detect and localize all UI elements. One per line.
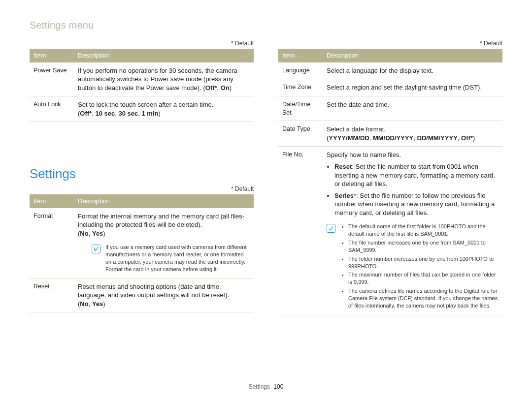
item-description: Specify how to name files. Reset: Set th… xyxy=(323,147,502,316)
note-item: The camera defines file names according … xyxy=(348,287,499,309)
list-item: Reset: Set the file number to start from… xyxy=(334,162,499,188)
col-header-description: Description xyxy=(323,49,502,62)
note-box: If you use a memory card used with camer… xyxy=(78,242,250,274)
option: Yes xyxy=(92,300,103,308)
item-description: Select a language for the display text. xyxy=(323,62,502,79)
desc-text: Select a date format. xyxy=(327,125,386,133)
desc-text: Set to lock the touch screen after a cer… xyxy=(78,101,213,108)
item-description: Reset menus and shooting options (date a… xyxy=(74,278,254,312)
option-list: Reset: Set the file number to start from… xyxy=(327,162,499,217)
table-row: Auto Lock Set to lock the touch screen a… xyxy=(30,96,254,122)
item-label: Auto Lock xyxy=(30,96,74,122)
note-item: The default name of the first folder is … xyxy=(348,223,499,238)
col-header-item: Item xyxy=(30,49,74,62)
default-marker: * Default xyxy=(30,40,254,47)
desc-text: Format the internal memory and the memor… xyxy=(78,213,244,229)
note-item: The folder number increases one by one f… xyxy=(348,255,499,270)
settings-table-camera: Item Description Language Select a langu… xyxy=(278,49,502,316)
option: No xyxy=(80,300,88,308)
col-header-item: Item xyxy=(30,194,74,208)
settings-heading: Settings xyxy=(30,166,254,182)
note-box: The default name of the first folder is … xyxy=(327,221,499,311)
item-label: Format xyxy=(30,208,74,278)
option: 1 min xyxy=(141,110,158,117)
option: No xyxy=(80,230,88,237)
table-row: Reset Reset menus and shooting options (… xyxy=(30,278,254,312)
page-footer: Settings 100 xyxy=(0,383,532,390)
desc-text: Specify how to name files. xyxy=(327,151,401,158)
col-header-description: Description xyxy=(74,49,254,62)
option-text: : Set the file number to follow the prev… xyxy=(334,192,495,216)
table-row: Date/Time Set Set the date and time. xyxy=(278,96,502,121)
item-label: Language xyxy=(278,62,323,79)
desc-text: Reset menus and shooting options (date a… xyxy=(78,283,229,299)
col-header-item: Item xyxy=(278,49,323,62)
item-label: Power Save xyxy=(30,62,74,96)
note-icon xyxy=(92,245,100,253)
note-item: The file number increases one by one fro… xyxy=(348,239,499,254)
option: 10 sec xyxy=(95,110,115,117)
table-row: Date Type Select a date format. (YYYY/MM… xyxy=(278,121,502,147)
item-label: Date/Time Set xyxy=(278,96,323,121)
option: Yes xyxy=(92,230,103,237)
table-row: Time Zone Select a region and set the da… xyxy=(278,79,502,96)
item-label: Reset xyxy=(30,278,74,312)
page-number: 100 xyxy=(273,383,283,390)
option: Off* xyxy=(205,84,217,92)
option: Off* xyxy=(80,110,92,117)
item-description: Set to lock the touch screen after a cer… xyxy=(74,96,254,122)
manual-page: Settings menu * Default Item Description… xyxy=(0,0,532,401)
right-column: * Default Item Description Language Sele… xyxy=(278,40,502,316)
item-label: Time Zone xyxy=(278,79,323,96)
list-item: Series*: Set the file number to follow t… xyxy=(334,191,499,217)
option: On xyxy=(221,84,230,92)
table-row: Format Format the internal memory and th… xyxy=(30,208,254,278)
table-row: Language Select a language for the displ… xyxy=(278,62,502,79)
item-description: Format the internal memory and the memor… xyxy=(74,208,254,278)
option-label: Reset xyxy=(334,163,352,170)
option-text: : Set the file number to start from 0001… xyxy=(334,163,495,187)
note-text: If you use a memory card used with camer… xyxy=(105,244,250,273)
item-description: Set the date and time. xyxy=(323,96,502,121)
option: Off* xyxy=(461,134,473,142)
section-title: Settings menu xyxy=(30,20,502,31)
table-row: Power Save If you perform no operations … xyxy=(30,62,254,96)
option: DD/MM/YYYY xyxy=(417,134,458,142)
option: 30 sec xyxy=(118,110,138,117)
settings-table-display: Item Description Power Save If you perfo… xyxy=(30,49,254,122)
item-label: File No. xyxy=(278,147,323,316)
option: YYYY/MM/DD xyxy=(329,134,369,142)
note-icon xyxy=(327,224,335,233)
option: MM/DD/YYYY xyxy=(373,134,413,142)
col-header-description: Description xyxy=(74,194,254,208)
note-item: The maximum number of files that can be … xyxy=(348,271,499,286)
default-marker: * Default xyxy=(30,185,254,192)
note-list: The default name of the first folder is … xyxy=(340,223,499,310)
item-description: Select a region and set the daylight-sav… xyxy=(323,79,502,96)
settings-table-main: Item Description Format Format the inter… xyxy=(30,194,254,312)
left-column: * Default Item Description Power Save If… xyxy=(30,40,254,316)
two-column-layout: * Default Item Description Power Save If… xyxy=(30,40,502,316)
table-row: File No. Specify how to name files. Rese… xyxy=(278,147,502,316)
default-marker: * Default xyxy=(278,40,502,47)
item-label: Date Type xyxy=(278,121,323,147)
item-description: If you perform no operations for 30 seco… xyxy=(74,62,254,96)
option-label: Series xyxy=(334,192,354,199)
item-description: Select a date format. (YYYY/MM/DD, MM/DD… xyxy=(323,121,502,147)
footer-label: Settings xyxy=(249,383,270,390)
